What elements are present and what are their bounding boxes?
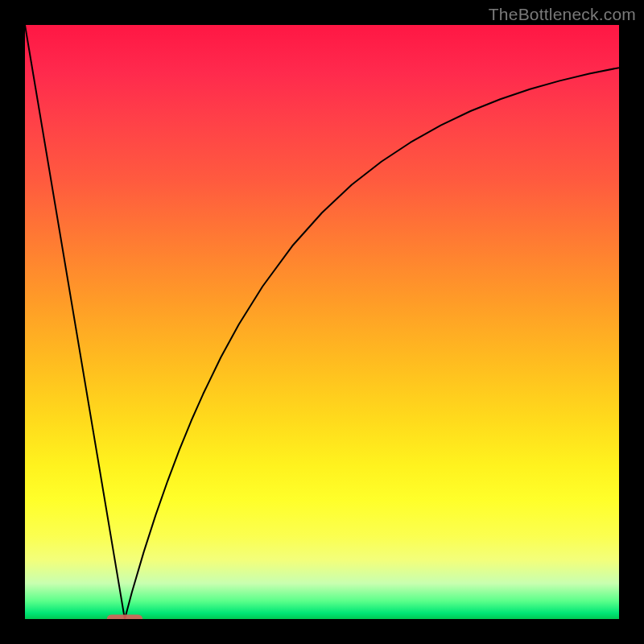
curve-right-segment	[125, 68, 619, 619]
chart-frame: TheBottleneck.com	[0, 0, 644, 644]
plot-area	[25, 25, 619, 619]
plot-svg	[25, 25, 619, 619]
watermark-text: TheBottleneck.com	[489, 5, 636, 24]
min-marker	[107, 614, 142, 619]
curve-left-segment	[25, 25, 125, 619]
